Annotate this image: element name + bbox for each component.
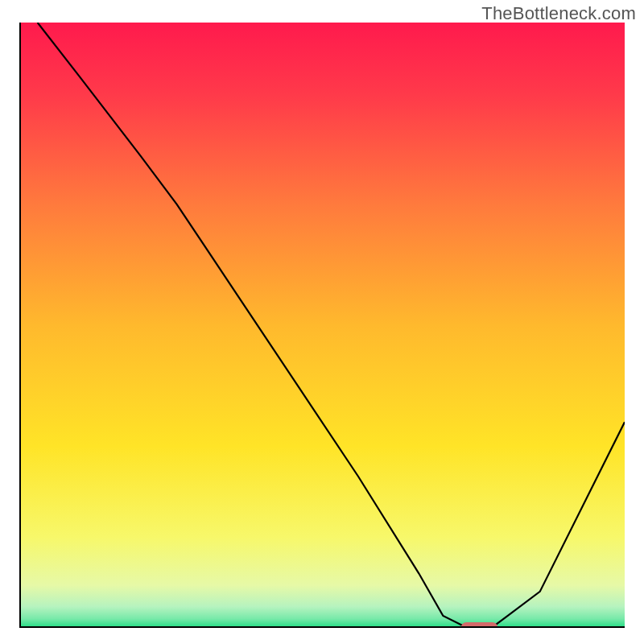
- plot-area: [19, 23, 625, 628]
- gradient-background: [19, 23, 625, 628]
- chart-svg: [19, 23, 625, 628]
- chart-container: TheBottleneck.com: [0, 0, 644, 644]
- y-axis-line: [19, 23, 21, 628]
- x-axis-line: [19, 626, 625, 628]
- watermark-label: TheBottleneck.com: [481, 3, 636, 24]
